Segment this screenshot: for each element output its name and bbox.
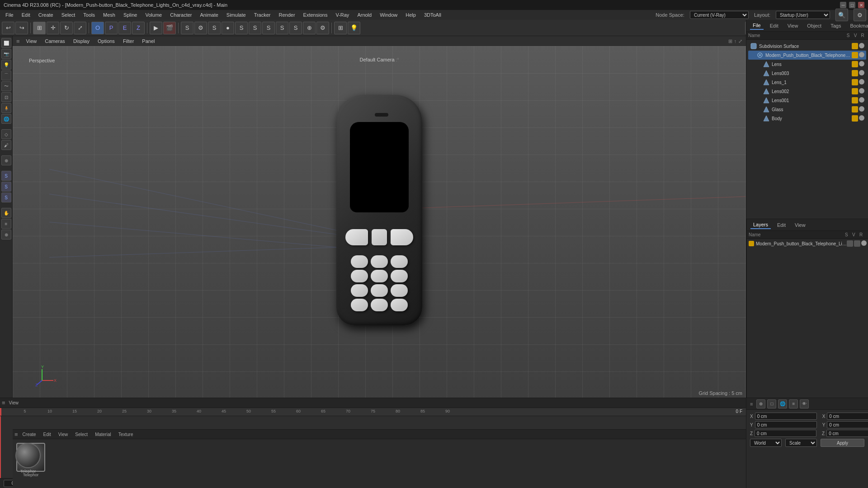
rotate-tool-button[interactable]: ↻: [60, 22, 73, 34]
tool-light[interactable]: 💡: [1, 60, 11, 70]
viewport-icon-1[interactable]: ⊞: [728, 38, 732, 44]
tree-item-body[interactable]: Body: [748, 114, 866, 123]
tool-scene[interactable]: 🌐: [1, 114, 11, 124]
tl-menu-view[interactable]: View: [6, 400, 22, 406]
viewport-menu-options[interactable]: Options: [94, 38, 118, 45]
mat-select[interactable]: Select: [72, 432, 90, 437]
menu-render[interactable]: Render: [275, 11, 299, 19]
grid-button[interactable]: ⊞: [334, 22, 347, 34]
edges-mode-button[interactable]: E: [118, 22, 131, 34]
object-mode-button[interactable]: O: [91, 22, 104, 34]
menu-simulate[interactable]: Simulate: [223, 11, 250, 19]
tab-layers[interactable]: Layers: [750, 221, 771, 229]
tree-item-glass[interactable]: Glass: [748, 105, 866, 114]
snap-settings-button[interactable]: ⚙: [316, 22, 329, 34]
tool12[interactable]: S: [289, 22, 302, 34]
maximize-button[interactable]: □: [849, 2, 855, 8]
polygons-mode-button[interactable]: Z: [132, 22, 145, 34]
coord-y-pos[interactable]: [755, 421, 817, 428]
coord-space-select[interactable]: World Local Object: [750, 439, 782, 447]
coord-z-rot[interactable]: [826, 430, 868, 437]
viewport-menu-toggle[interactable]: ≡: [14, 38, 22, 45]
move-tool-button[interactable]: ✛: [47, 22, 59, 34]
render-button[interactable]: 🎬: [163, 22, 176, 34]
tool9[interactable]: S: [249, 22, 261, 34]
tool-extra[interactable]: ⊕: [1, 230, 11, 239]
viewport-menu-cameras[interactable]: Cameras: [41, 38, 69, 45]
main-viewport[interactable]: ≡ View Cameras Display Options Filter Pa…: [13, 36, 746, 398]
props-extra-icon[interactable]: ≡: [789, 399, 798, 408]
coord-z-pos[interactable]: [755, 430, 816, 437]
redo-button[interactable]: ↪: [15, 22, 28, 34]
coord-y-rot[interactable]: [827, 421, 868, 428]
viewport-menu-filter[interactable]: Filter: [119, 38, 137, 45]
close-button[interactable]: ✕: [858, 2, 864, 8]
tab-edit[interactable]: Edit: [767, 22, 781, 29]
menu-mesh[interactable]: Mesh: [99, 11, 119, 19]
timeline-menu-toggle[interactable]: ≡: [2, 399, 5, 406]
tree-item-lens1[interactable]: Lens_1: [748, 78, 866, 87]
menu-volume[interactable]: Volume: [142, 11, 165, 19]
tool-vray-2[interactable]: S: [1, 182, 11, 192]
mat-view[interactable]: View: [56, 432, 71, 437]
minimize-button[interactable]: ─: [840, 2, 846, 8]
node-space-select[interactable]: Current (V-Ray): [690, 11, 749, 19]
tool-vray-3[interactable]: S: [1, 192, 11, 202]
tool-spline[interactable]: ⌒: [1, 70, 11, 80]
tree-item-main-object[interactable]: Modern_Push_button_Black_Telephone_Light…: [748, 51, 866, 60]
apply-button[interactable]: Apply: [821, 439, 864, 447]
menu-file[interactable]: File: [2, 11, 17, 19]
select-all-button[interactable]: ⊞: [33, 22, 46, 34]
props-coord-icon[interactable]: ⊕: [756, 399, 765, 408]
menu-arnold[interactable]: Arnold: [354, 11, 375, 19]
tree-item-lens002[interactable]: Lens002: [748, 87, 866, 96]
undo-button[interactable]: ↩: [2, 22, 14, 34]
light-button[interactable]: 💡: [348, 22, 360, 34]
scale-tool-button[interactable]: ⤢: [74, 22, 86, 34]
tool11[interactable]: S: [276, 22, 288, 34]
mat-edit[interactable]: Edit: [41, 432, 54, 437]
tab-layers-view[interactable]: View: [792, 221, 808, 229]
tool8[interactable]: S: [235, 22, 248, 34]
viewport-menu-display[interactable]: Display: [70, 38, 93, 45]
props-menu-toggle[interactable]: ≡: [750, 401, 753, 407]
props-viz-icon[interactable]: 👁: [800, 399, 809, 408]
menu-extensions[interactable]: Extensions: [300, 11, 331, 19]
props-object-icon[interactable]: □: [767, 399, 776, 408]
tool10[interactable]: S: [262, 22, 275, 34]
viewport-menu-view[interactable]: View: [23, 38, 41, 45]
menu-create[interactable]: Create: [35, 11, 57, 19]
viewport-icon-3[interactable]: ⤢: [738, 38, 742, 44]
settings-icon[interactable]: ⚙: [854, 9, 866, 21]
tab-tags[interactable]: Tags: [828, 22, 844, 29]
tool-material[interactable]: ◇: [1, 129, 11, 139]
viewport-icon-2[interactable]: ↑: [734, 38, 737, 44]
tool-paint[interactable]: 🖌: [1, 140, 11, 150]
points-mode-button[interactable]: P: [105, 22, 118, 34]
render-view-button[interactable]: ▶: [150, 22, 162, 34]
coord-x-pos[interactable]: [755, 413, 817, 420]
mat-material[interactable]: Material: [92, 432, 114, 437]
tree-item-lens001[interactable]: Lens001: [748, 96, 866, 105]
tool-axis[interactable]: ⊕: [1, 155, 11, 165]
tool-deformer[interactable]: ⊡: [1, 92, 11, 102]
mat-texture[interactable]: Texture: [116, 432, 136, 437]
coord-x-rot[interactable]: [827, 413, 868, 420]
tool7[interactable]: ●: [222, 22, 234, 34]
layer-item-main[interactable]: Modern_Push_button_Black_Telephone_Light…: [747, 239, 868, 248]
search-icon[interactable]: 🔍: [835, 9, 848, 21]
tree-item-lens003[interactable]: Lens003: [748, 69, 866, 78]
tool-grab[interactable]: ✋: [1, 208, 11, 218]
menu-3dtoall[interactable]: 3DToAll: [420, 11, 445, 19]
xref-button[interactable]: S: [181, 22, 193, 34]
menu-tools[interactable]: Tools: [80, 11, 99, 19]
menu-select[interactable]: Select: [58, 11, 79, 19]
tool-cube[interactable]: ⬜: [1, 38, 11, 48]
tool6[interactable]: S: [208, 22, 221, 34]
mat-menu-toggle[interactable]: ≡: [14, 431, 18, 438]
menu-spline[interactable]: Spline: [120, 11, 141, 19]
menu-animate[interactable]: Animate: [196, 11, 222, 19]
coord-transform-select[interactable]: Scale Rotate Move: [785, 439, 817, 447]
menu-character[interactable]: Character: [166, 11, 195, 19]
tool5[interactable]: ⚙: [194, 22, 207, 34]
